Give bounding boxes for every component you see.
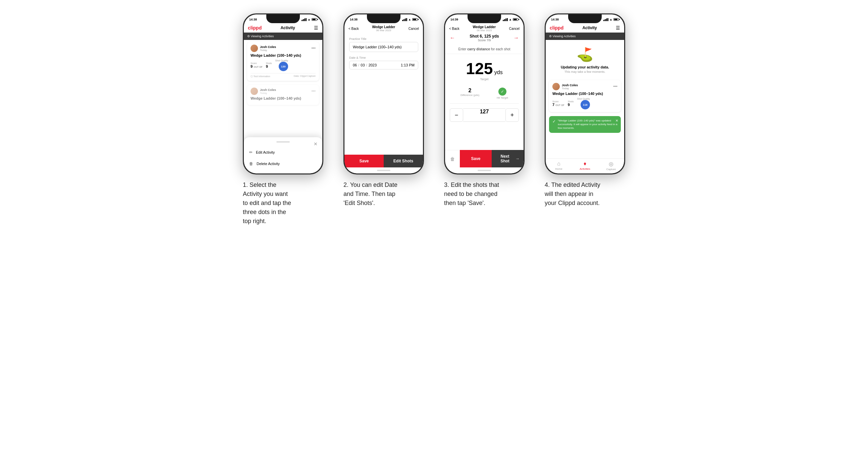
edit-icon: ✏ bbox=[249, 150, 253, 155]
s3 bbox=[405, 19, 406, 21]
next-shot-btn[interactable]: Next Shot → bbox=[492, 150, 524, 167]
back-btn-3[interactable]: < Back bbox=[449, 27, 460, 31]
plus-btn[interactable]: + bbox=[505, 108, 519, 122]
viewing-bar-4: ⚙ Viewing Activities bbox=[546, 33, 624, 40]
practice-title-input[interactable]: Wedge Ladder (100–140 yds) bbox=[349, 42, 418, 52]
cancel-btn-2[interactable]: Cancel bbox=[408, 27, 419, 31]
practice-title-label: Practice Title bbox=[349, 37, 418, 40]
wifi-icon-3: ▲ bbox=[509, 18, 512, 21]
score-label-4: Score bbox=[552, 100, 564, 103]
phone-3-frame: 14:39 ▲ < Back bbox=[444, 13, 525, 175]
user-info-1: Josh Coles Today bbox=[260, 45, 276, 52]
nav-activities[interactable]: ♦ Activities bbox=[572, 161, 598, 171]
prev-shot-btn[interactable]: ← bbox=[450, 35, 455, 41]
signal-bars-1 bbox=[302, 18, 307, 21]
user-date-2: Today bbox=[260, 92, 276, 95]
difference-metric: 2 Difference (yds) bbox=[461, 88, 479, 99]
difference-label: Difference (yds) bbox=[461, 94, 479, 97]
three-dots-2[interactable]: ••• bbox=[311, 89, 316, 94]
shots-label-1: Shots bbox=[266, 62, 272, 64]
quality-label-1: Shot Quality bbox=[275, 59, 288, 62]
date-month[interactable]: 03 bbox=[361, 63, 365, 67]
loading-subtitle: This may take a few moments. bbox=[564, 70, 606, 73]
home-bar-2 bbox=[377, 170, 391, 171]
date-day[interactable]: 06 bbox=[353, 63, 357, 67]
shot-title: Shot 6, 125 yds bbox=[470, 34, 499, 39]
distance-unit: yds bbox=[494, 69, 503, 75]
delete-activity-label: Delete Activity bbox=[256, 162, 280, 166]
nav-capture[interactable]: ◎ Capture bbox=[598, 161, 624, 171]
sheet-close-btn[interactable]: ✕ bbox=[314, 141, 318, 147]
shot-input-row: − 127 + bbox=[450, 108, 519, 122]
next-shot-label: Next Shot bbox=[496, 154, 514, 163]
nav-center-2: Wedge Ladder 06 Mar 2023 bbox=[372, 25, 396, 32]
s2-4 bbox=[605, 19, 606, 21]
footer-right-1: Data: Clippd Capture bbox=[294, 75, 316, 78]
signal-bar-1 bbox=[302, 20, 303, 21]
activities-nav-icon: ♦ bbox=[584, 161, 586, 167]
status-time-3: 14:39 bbox=[451, 18, 458, 21]
s1-3 bbox=[503, 20, 504, 21]
wifi-icon-1: ▲ bbox=[308, 18, 311, 21]
date-time-row[interactable]: 06 / 03 / 2023 1:13 PM bbox=[349, 61, 418, 69]
quality-badge-1: 130 bbox=[279, 62, 288, 71]
next-shot-arrow-btn[interactable]: → bbox=[514, 35, 519, 41]
status-time-4: 14:38 bbox=[551, 18, 559, 21]
minus-btn[interactable]: − bbox=[450, 108, 463, 122]
header-title-4: Activity bbox=[582, 26, 597, 30]
phone-2-frame: 14:38 ▲ < Back bbox=[343, 13, 424, 175]
save-shot-btn[interactable]: Save bbox=[460, 150, 492, 167]
phone-2-notch bbox=[367, 14, 400, 23]
activity-card-1[interactable]: Josh Coles Today ••• Wedge Ladder (100–1… bbox=[247, 42, 319, 81]
card-user-4: Josh Coles Today bbox=[552, 83, 578, 90]
cancel-btn-3[interactable]: Cancel bbox=[509, 27, 520, 31]
hamburger-icon-4[interactable]: ☰ bbox=[616, 25, 620, 31]
hamburger-icon-1[interactable]: ☰ bbox=[314, 25, 318, 31]
s1-4 bbox=[603, 20, 604, 21]
edit-shots-btn[interactable]: Edit Shots bbox=[384, 155, 423, 167]
nav-bar-2: < Back Wedge Ladder 06 Mar 2023 Cancel bbox=[344, 23, 423, 34]
distance-display: 125 yds Target bbox=[445, 54, 524, 84]
status-time-1: 14:38 bbox=[249, 18, 257, 21]
bottom-sheet-1: ✕ ✏ Edit Activity 🗑 Delete Activity bbox=[244, 137, 322, 174]
delete-activity-item[interactable]: 🗑 Delete Activity bbox=[249, 158, 317, 169]
success-close-btn[interactable]: ✕ bbox=[615, 119, 618, 122]
activity-card-2[interactable]: Josh Coles Today ••• Wedge Ladder (100–1… bbox=[247, 85, 319, 105]
sheet-handle bbox=[276, 141, 290, 143]
shots-group-1: Shots 9 bbox=[266, 62, 272, 68]
save-btn-2[interactable]: Save bbox=[344, 155, 384, 167]
date-time-label: Date & Time bbox=[349, 56, 418, 59]
phone-2-column: 14:38 ▲ < Back bbox=[338, 13, 429, 208]
phone-3-notch bbox=[468, 14, 501, 23]
shot-input-field[interactable]: 127 bbox=[463, 108, 505, 122]
phone-3-column: 14:39 ▲ < Back bbox=[439, 13, 530, 208]
trash-icon: 🗑 bbox=[249, 161, 253, 166]
viewing-bar-text-1: ⚙ Viewing Activities bbox=[247, 35, 274, 38]
s3-3 bbox=[505, 19, 506, 21]
signal-bars-3 bbox=[503, 18, 508, 21]
activity-card-4[interactable]: Josh Coles Today ••• Wedge Ladder (100–1… bbox=[549, 80, 621, 112]
time-value[interactable]: 1:13 PM bbox=[401, 63, 414, 67]
phone-4-frame: 14:38 ▲ clippd Activity bbox=[545, 13, 625, 175]
back-btn-2[interactable]: < Back bbox=[348, 27, 359, 31]
signal-bars-2 bbox=[402, 18, 407, 21]
status-right-3: ▲ bbox=[503, 18, 518, 21]
nav-home[interactable]: ⌂ Home bbox=[546, 161, 572, 171]
delete-shot-btn[interactable]: 🗑 bbox=[445, 150, 460, 167]
nav-sub-2: 06 Mar 2023 bbox=[372, 29, 396, 32]
date-year[interactable]: 2023 bbox=[369, 63, 377, 67]
three-dots-1[interactable]: ••• bbox=[311, 46, 316, 51]
user-name-4: Josh Coles bbox=[562, 84, 578, 87]
phone-1-column: 14:38 ▲ clippd Activ bbox=[238, 13, 328, 226]
three-dots-4[interactable]: ••• bbox=[613, 84, 617, 89]
edit-activity-item[interactable]: ✏ Edit Activity bbox=[249, 147, 317, 158]
phone-1-screen: 14:38 ▲ clippd Activ bbox=[244, 14, 322, 174]
shots-value-1: 9 bbox=[266, 64, 272, 68]
user-name-1: Josh Coles bbox=[260, 45, 276, 49]
next-arrow-icon: → bbox=[516, 156, 520, 161]
target-label: Target bbox=[450, 77, 519, 81]
battery-icon-1 bbox=[312, 18, 317, 21]
home-indicator-2 bbox=[344, 167, 423, 174]
phone-4-screen: 14:38 ▲ clippd Activity bbox=[546, 14, 624, 174]
card-title-4: Wedge Ladder (100–140 yds) bbox=[552, 92, 617, 96]
